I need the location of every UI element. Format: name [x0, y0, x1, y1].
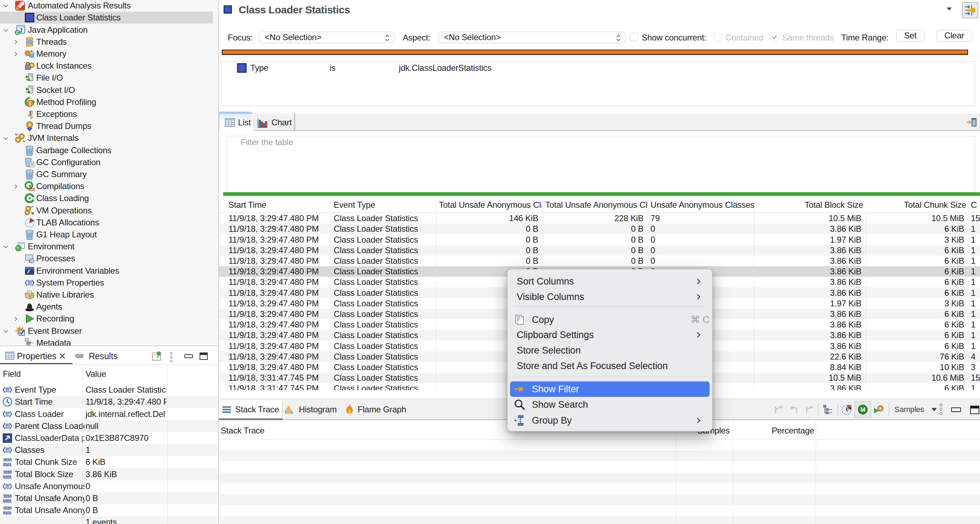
svg-text:0101: 0101 — [3, 511, 12, 516]
svg-text:C: C — [16, 30, 19, 35]
svg-text:0101: 0101 — [3, 499, 12, 503]
svg-text:1010: 1010 — [3, 506, 12, 511]
svg-text:0101: 0101 — [3, 475, 12, 479]
svg-text:1010: 1010 — [3, 494, 12, 499]
svg-text:M: M — [860, 406, 865, 413]
svg-text:010: 010 — [28, 187, 35, 191]
svg-text:1010: 1010 — [3, 470, 12, 475]
svg-text:1010: 1010 — [3, 457, 12, 463]
svg-text:0101: 0101 — [3, 462, 12, 467]
